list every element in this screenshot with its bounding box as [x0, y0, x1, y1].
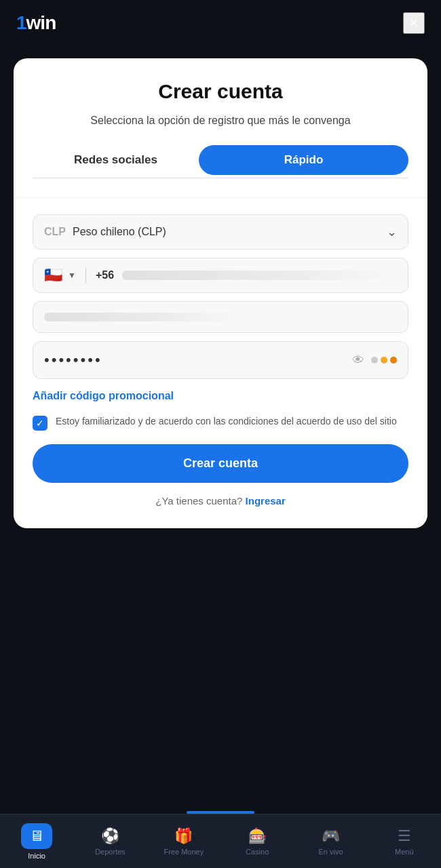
nav-item-free-money[interactable]: 🎁 Free Money: [147, 814, 220, 868]
phone-divider: [85, 268, 86, 283]
promo-code-link[interactable]: Añadir código promocional: [33, 390, 408, 402]
nav-label-inicio: Inicio: [28, 852, 45, 860]
close-button[interactable]: ×: [403, 12, 425, 34]
logo-number: 1: [16, 12, 26, 34]
app-header: 1 win ×: [0, 0, 441, 45]
terms-checkbox[interactable]: ✓: [33, 416, 47, 431]
home-icon: 🖥: [29, 827, 44, 844]
password-input[interactable]: •••••••• 👁: [33, 341, 408, 379]
nav-label-casino: Casino: [246, 848, 269, 856]
nav-item-deportes[interactable]: ⚽ Deportes: [73, 814, 147, 868]
registration-tabs: Redes sociales Rápido: [33, 145, 408, 178]
phone-input[interactable]: 🇨🇱 ▼ +56: [33, 258, 408, 293]
currency-select[interactable]: CLP Peso chileno (CLP) ⌄: [33, 214, 408, 250]
menu-icon: ☰: [398, 827, 411, 845]
nav-icon-wrap-inicio: 🖥: [21, 823, 52, 849]
sports-icon: ⚽: [101, 827, 119, 845]
login-row: ¿Ya tienes cuenta? Ingresar: [33, 495, 408, 507]
login-link[interactable]: Ingresar: [246, 495, 286, 507]
live-icon: 🎮: [322, 827, 340, 845]
modal-subtitle: Selecciona la opción de registro que más…: [33, 113, 408, 129]
country-dropdown-icon: ▼: [68, 271, 76, 280]
bottom-navigation: 🖥 Inicio ⚽ Deportes 🎁 Free Money 🎰 Casin…: [0, 814, 441, 868]
nav-label-free-money: Free Money: [164, 848, 204, 856]
nav-label-deportes: Deportes: [95, 848, 126, 856]
strength-dot-2: [381, 357, 387, 363]
create-account-button[interactable]: Crear cuenta: [33, 444, 408, 483]
country-flag: 🇨🇱: [44, 267, 62, 284]
nav-label-menu: Menú: [395, 848, 414, 856]
phone-number-placeholder: [122, 271, 397, 280]
tab-quick[interactable]: Rápido: [199, 145, 408, 175]
main-content: Crear cuenta Selecciona la opción de reg…: [0, 45, 441, 811]
tab-divider: [14, 197, 427, 198]
eye-icon: 👁: [352, 353, 364, 368]
password-dots: ••••••••: [44, 351, 352, 369]
nav-item-menu[interactable]: ☰ Menú: [368, 814, 441, 868]
tab-social[interactable]: Redes sociales: [33, 146, 199, 176]
registration-modal: Crear cuenta Selecciona la opción de reg…: [14, 58, 427, 528]
email-placeholder: [44, 313, 238, 321]
terms-text: Estoy familiarizado y de acuerdo con las…: [56, 414, 397, 429]
nav-item-inicio[interactable]: 🖥 Inicio: [0, 814, 73, 868]
check-icon: ✓: [36, 418, 44, 429]
nav-label-en-vivo: En vivo: [318, 848, 343, 856]
currency-name-label: Peso chileno (CLP): [73, 226, 387, 238]
email-input[interactable]: [33, 301, 408, 333]
password-strength-indicator: [371, 357, 397, 363]
casino-icon: 🎰: [248, 827, 267, 845]
logo-word: win: [26, 12, 56, 34]
nav-item-en-vivo[interactable]: 🎮 En vivo: [294, 814, 367, 868]
phone-code: +56: [96, 269, 114, 281]
currency-code-label: CLP: [44, 226, 66, 238]
gift-icon: 🎁: [174, 827, 193, 845]
strength-dot-3: [390, 357, 397, 363]
modal-title: Crear cuenta: [33, 80, 408, 103]
chevron-down-icon: ⌄: [387, 224, 397, 239]
terms-checkbox-row: ✓ Estoy familiarizado y de acuerdo con l…: [33, 414, 408, 431]
nav-item-casino[interactable]: 🎰 Casino: [220, 814, 294, 868]
login-question: ¿Ya tienes cuenta?: [155, 495, 242, 507]
form-fields: CLP Peso chileno (CLP) ⌄ 🇨🇱 ▼ +56 ••••••…: [33, 214, 408, 379]
app-logo: 1 win: [16, 12, 56, 34]
strength-dot-1: [371, 357, 378, 363]
